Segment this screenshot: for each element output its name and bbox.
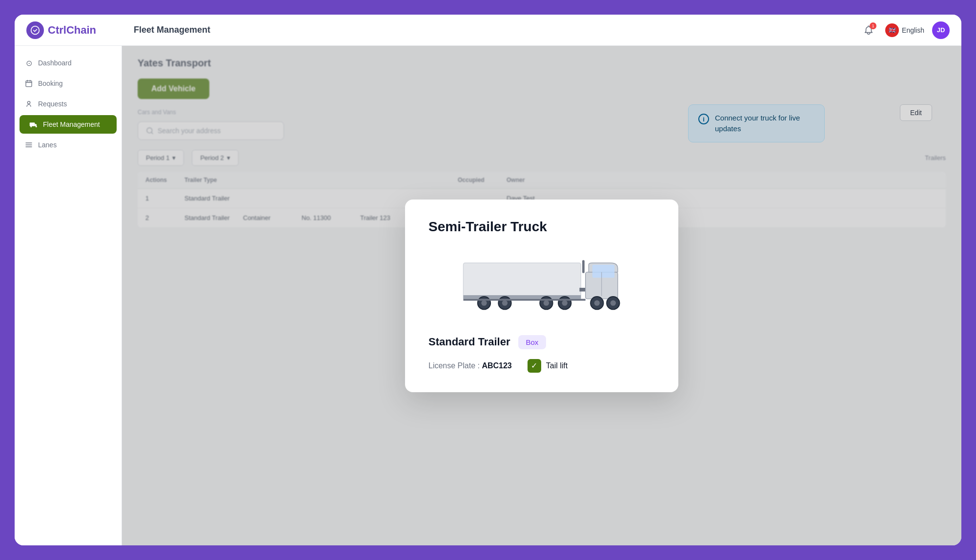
sidebar: ⊙ Dashboard Booking Requests Fleet Mana: [15, 46, 122, 545]
user-avatar[interactable]: JD: [932, 21, 950, 39]
truck-illustration: [428, 248, 655, 321]
language-selector[interactable]: 🇬🇧 English: [885, 23, 924, 37]
sidebar-item-requests[interactable]: Requests: [15, 95, 122, 113]
svg-rect-1: [26, 81, 32, 87]
sidebar-item-label-dashboard: Dashboard: [38, 59, 72, 67]
tail-lift-label: Tail lift: [546, 361, 568, 370]
sidebar-item-label-lanes: Lanes: [38, 141, 57, 149]
sidebar-item-dashboard[interactable]: ⊙ Dashboard: [15, 54, 122, 72]
svg-point-21: [562, 300, 568, 306]
svg-point-4: [30, 126, 32, 127]
sidebar-item-label-fleet: Fleet Management: [43, 120, 100, 128]
lanes-icon: [24, 140, 33, 149]
sidebar-item-lanes[interactable]: Lanes: [15, 136, 122, 154]
svg-rect-11: [592, 265, 614, 278]
logo-icon: [26, 21, 44, 39]
topbar-actions: 1 🇬🇧 English JD: [860, 21, 950, 39]
notifications-button[interactable]: 1: [860, 21, 877, 39]
sidebar-item-booking[interactable]: Booking: [15, 74, 122, 93]
svg-rect-13: [582, 260, 585, 273]
fleet-icon: [29, 120, 38, 129]
svg-point-17: [502, 300, 508, 306]
sidebar-item-label-booking: Booking: [38, 80, 63, 87]
license-row: License Plate : ABC123 ✓ Tail lift: [428, 359, 655, 373]
vehicle-type-label: Standard Trailer: [428, 336, 510, 348]
svg-rect-3: [30, 122, 35, 126]
license-plate-section: License Plate : ABC123: [428, 361, 512, 370]
notif-badge: 1: [870, 22, 876, 29]
vehicle-badge: Box: [518, 335, 547, 349]
svg-rect-7: [463, 263, 581, 300]
vehicle-detail-modal: Semi-Trailer Truck: [405, 200, 678, 392]
svg-point-25: [610, 300, 616, 306]
tail-lift-section: ✓ Tail lift: [528, 359, 568, 373]
svg-point-23: [594, 300, 600, 306]
svg-rect-26: [463, 299, 585, 301]
svg-point-15: [481, 300, 487, 306]
flag-icon: 🇬🇧: [885, 23, 899, 37]
app-name: CtrlChain: [48, 24, 96, 37]
requests-icon: [24, 100, 33, 108]
page-title-header: Fleet Management: [134, 25, 860, 35]
dashboard-icon: ⊙: [24, 59, 33, 67]
content-area: Yates Transport Add Vehicle Cars and Van…: [122, 46, 961, 545]
svg-point-5: [36, 126, 37, 127]
vehicle-info-row: Standard Trailer Box: [428, 335, 655, 349]
sidebar-item-fleet[interactable]: Fleet Management: [20, 115, 117, 134]
booking-icon: [24, 79, 33, 88]
license-plate-value: ABC123: [482, 361, 511, 370]
sidebar-item-label-requests: Requests: [38, 100, 67, 108]
modal-title: Semi-Trailer Truck: [428, 219, 655, 235]
svg-point-0: [31, 26, 40, 34]
truck-svg: [459, 255, 625, 315]
svg-point-19: [544, 300, 549, 306]
svg-point-2: [27, 101, 30, 104]
modal-overlay: Semi-Trailer Truck: [122, 46, 961, 545]
language-label: English: [902, 26, 924, 34]
main-layout: ⊙ Dashboard Booking Requests Fleet Mana: [15, 46, 961, 545]
logo-area: CtrlChain: [26, 21, 134, 39]
tail-lift-check-icon: ✓: [528, 359, 541, 373]
topbar: CtrlChain Fleet Management 1 🇬🇧 English …: [15, 15, 961, 46]
license-plate-label: License Plate :: [428, 361, 480, 370]
